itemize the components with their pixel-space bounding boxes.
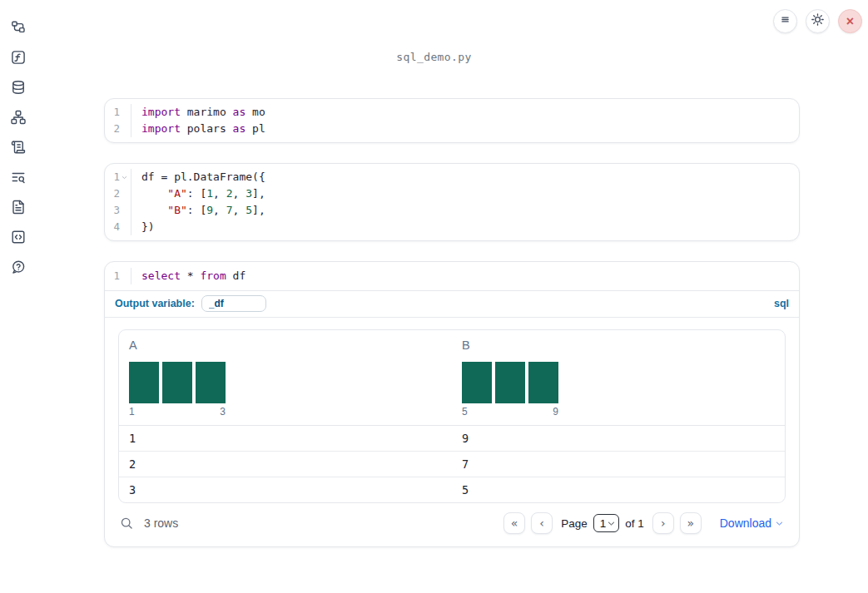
output-variable-label: Output variable: (115, 298, 195, 309)
column-header-label: B (462, 339, 775, 352)
code-editor[interactable]: 1import marimo as mo2import polars as pl (105, 99, 799, 142)
chevron-right-icon: › (661, 516, 666, 530)
histogram-bar (528, 362, 558, 403)
code-cell-dataframe: 1df = pl.DataFrame({2 "A": [1, 2, 3],3 "… (104, 163, 800, 241)
next-page-button[interactable]: › (652, 512, 674, 534)
menu-icon (778, 12, 792, 30)
chevron-down-icon (607, 519, 616, 528)
code-line: }) (131, 219, 155, 235)
code-editor[interactable]: 1df = pl.DataFrame({2 "A": [1, 2, 3],3 "… (105, 164, 799, 240)
topbar: × (773, 9, 862, 33)
code-line: select * from df (131, 268, 246, 284)
line-number: 4 (105, 219, 131, 235)
graph-icon[interactable] (11, 110, 26, 125)
histogram-max-label: 9 (553, 406, 558, 418)
file-tree-icon[interactable] (11, 20, 26, 35)
notebook-title: sql_demo.py (0, 51, 868, 63)
code-square-icon[interactable] (11, 230, 26, 245)
fold-chevron-icon[interactable] (120, 173, 128, 181)
menu-button[interactable] (773, 9, 797, 33)
rows-info: 3 rows (120, 516, 178, 531)
table-header-col-b[interactable]: B 5 9 (452, 330, 785, 425)
page-label: Page (561, 517, 588, 530)
code-line: import polars as pl (131, 121, 265, 137)
histogram-min-label: 5 (462, 406, 468, 418)
chevrons-right-icon: » (687, 516, 694, 530)
last-page-button[interactable]: » (680, 512, 702, 534)
column-histogram: 5 9 (462, 362, 558, 418)
histogram-bar (129, 362, 159, 403)
histogram-bar (462, 362, 492, 403)
line-number: 3 (105, 202, 131, 219)
text-search-icon[interactable] (11, 170, 26, 185)
cell-output: A 1 3 B (105, 318, 799, 546)
table-header-row: A 1 3 B (119, 330, 785, 426)
sql-editor[interactable]: 1select * from df (105, 262, 799, 290)
sql-cell: 1select * from df Output variable: sql A… (104, 261, 800, 547)
histogram-min-label: 1 (129, 406, 135, 418)
histogram-max-label: 3 (220, 406, 226, 418)
code-cell-imports: 1import marimo as mo2import polars as pl (104, 98, 800, 143)
table-cell: 2 (119, 452, 452, 477)
code-line: "A": [1, 2, 3], (131, 185, 265, 202)
table-cell: 9 (452, 426, 785, 451)
table-cell: 3 (119, 477, 452, 502)
column-histogram: 1 3 (129, 362, 226, 418)
table-footer: 3 rows « ‹ Page 1 of 1 › (118, 503, 786, 546)
pagination: « ‹ Page 1 of 1 › » (503, 512, 784, 534)
first-page-button[interactable]: « (503, 512, 525, 534)
page-select[interactable]: 1 (593, 514, 620, 532)
histogram-bar (196, 362, 226, 403)
table-row: 19 (119, 426, 785, 452)
column-header-label: A (129, 339, 442, 352)
close-icon: × (846, 15, 854, 28)
scroll-icon[interactable] (11, 140, 26, 155)
code-line: df = pl.DataFrame({ (131, 169, 265, 185)
search-icon[interactable] (120, 516, 134, 531)
table-body: 192735 (119, 426, 785, 502)
histogram-bar (162, 362, 192, 403)
settings-button[interactable] (806, 9, 830, 33)
table-cell: 7 (452, 452, 785, 477)
histogram-bar (495, 362, 525, 403)
language-badge: sql (774, 298, 789, 309)
shutdown-button[interactable]: × (838, 9, 862, 33)
table-header-col-a[interactable]: A 1 3 (119, 330, 452, 425)
line-number: 1 (105, 169, 131, 185)
notebook-cells: 1import marimo as mo2import polars as pl… (104, 98, 800, 547)
chevron-down-icon (775, 519, 784, 528)
dataframe-table: A 1 3 B (118, 329, 786, 503)
prev-page-button[interactable]: ‹ (531, 512, 553, 534)
output-variable-input[interactable] (201, 295, 266, 312)
code-line: "B": [9, 7, 5], (131, 202, 265, 219)
table-row: 35 (119, 477, 785, 502)
line-number: 2 (105, 185, 131, 202)
chevrons-left-icon: « (511, 516, 518, 530)
download-button[interactable]: Download (720, 516, 784, 530)
sql-meta-row: Output variable: sql (105, 291, 799, 317)
chevron-left-icon: ‹ (539, 516, 544, 530)
code-line: import marimo as mo (131, 104, 265, 121)
gear-icon (811, 12, 825, 30)
database-icon[interactable] (11, 80, 26, 95)
page-total-label: of 1 (625, 517, 644, 530)
row-count-label: 3 rows (144, 516, 178, 530)
line-number: 2 (105, 121, 131, 137)
line-number: 1 (105, 268, 131, 284)
table-row: 27 (119, 452, 785, 477)
page-select-value: 1 (600, 517, 607, 530)
file-text-icon[interactable] (11, 200, 26, 215)
table-cell: 5 (452, 477, 785, 502)
download-label: Download (720, 516, 771, 530)
help-circle-icon[interactable] (11, 259, 26, 274)
table-cell: 1 (119, 426, 452, 451)
sidebar (0, 0, 37, 593)
line-number: 1 (105, 104, 131, 121)
